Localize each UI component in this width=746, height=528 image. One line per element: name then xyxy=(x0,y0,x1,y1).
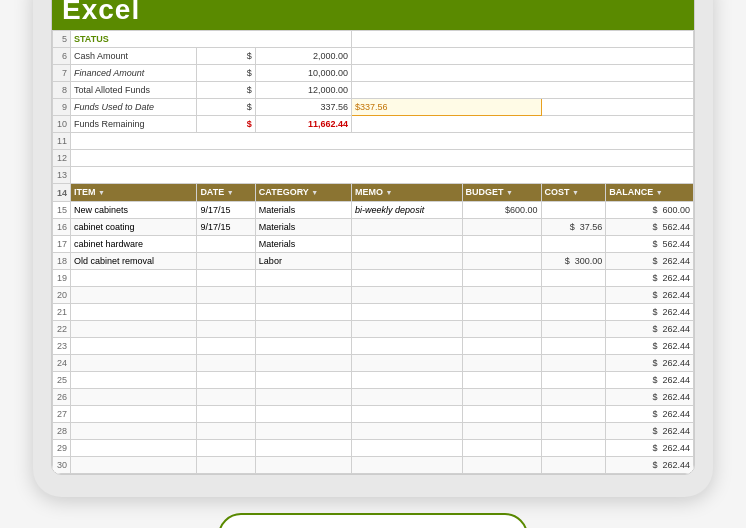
row-num: 11 xyxy=(53,133,71,150)
cell-memo: bi-weekly deposit xyxy=(352,202,462,219)
cell-balance: $ 262.44 xyxy=(606,440,694,457)
table-row: 13 xyxy=(53,167,694,184)
field-label: Financed Amount xyxy=(71,65,197,82)
cell-category: Materials xyxy=(255,202,351,219)
spreadsheet-table: 5 STATUS 6 Cash Amount $ 2,000.00 7 Fina… xyxy=(52,30,694,474)
cell-budget xyxy=(462,236,541,253)
row-num: 15 xyxy=(53,202,71,219)
main-container: Excel 5 STATUS 6 Cash Amount $ 2,000.00 xyxy=(13,0,733,528)
cell-balance: $ 262.44 xyxy=(606,372,694,389)
dollar-sign: $ xyxy=(197,116,255,133)
cell-cost: $ 37.56 xyxy=(541,219,606,236)
cell-budget xyxy=(462,253,541,270)
table-row: 23$ 262.44 xyxy=(53,338,694,355)
funds-used: 337.56 xyxy=(255,99,351,116)
cell-date xyxy=(197,236,255,253)
cell-item: Old cabinet removal xyxy=(71,253,197,270)
excel-title: Excel xyxy=(62,0,140,25)
funds-remaining: 11,662.44 xyxy=(255,116,351,133)
row-num: 12 xyxy=(53,150,71,167)
cell-balance: $ 262.44 xyxy=(606,406,694,423)
cell-category: Materials xyxy=(255,236,351,253)
cell-balance: $ 262.44 xyxy=(606,253,694,270)
cell-balance: $ 600.00 xyxy=(606,202,694,219)
status-label: STATUS xyxy=(71,31,352,48)
cell-category: Labor xyxy=(255,253,351,270)
field-label: Total Alloted Funds xyxy=(71,82,197,99)
table-row: 30$ 262.44 xyxy=(53,457,694,474)
row-num: 17 xyxy=(53,236,71,253)
table-row: 9 Funds Used to Date $ 337.56 $337.56 xyxy=(53,99,694,116)
cell-item: cabinet coating xyxy=(71,219,197,236)
table-row: 20$ 262.44 xyxy=(53,287,694,304)
row-num: 16 xyxy=(53,219,71,236)
table-row: 17 cabinet hardware Materials $ 562.44 xyxy=(53,236,694,253)
cell-balance: $ 262.44 xyxy=(606,321,694,338)
table-row: 7 Financed Amount $ 10,000.00 xyxy=(53,65,694,82)
row-num: 20 xyxy=(53,287,71,304)
row-num: 14 xyxy=(53,184,71,202)
table-row: 8 Total Alloted Funds $ 12,000.00 xyxy=(53,82,694,99)
cell-budget: $600.00 xyxy=(462,202,541,219)
download-button-wrap: Download Excel Template ⬇ xyxy=(218,513,527,528)
row-num: 18 xyxy=(53,253,71,270)
cell-balance: $ 262.44 xyxy=(606,270,694,287)
cell-date xyxy=(197,253,255,270)
cell-cost xyxy=(541,236,606,253)
field-label: Funds Remaining xyxy=(71,116,197,133)
cell-memo xyxy=(352,219,462,236)
orange-cell: $337.56 xyxy=(352,99,541,116)
table-row: 11 xyxy=(53,133,694,150)
download-excel-button[interactable]: Download Excel Template ⬇ xyxy=(218,513,527,528)
row-num: 22 xyxy=(53,321,71,338)
total-alloted: 12,000.00 xyxy=(255,82,351,99)
cell-balance: $ 562.44 xyxy=(606,219,694,236)
tablet-screen: Excel 5 STATUS 6 Cash Amount $ 2,000.00 xyxy=(51,0,695,475)
cell-balance: $ 262.44 xyxy=(606,287,694,304)
cell-category: Materials xyxy=(255,219,351,236)
table-row: 12 xyxy=(53,150,694,167)
row-num: 27 xyxy=(53,406,71,423)
table-row: 24$ 262.44 xyxy=(53,355,694,372)
row-num: 24 xyxy=(53,355,71,372)
table-row: 18 Old cabinet removal Labor $ 300.00 $ … xyxy=(53,253,694,270)
row-num: 8 xyxy=(53,82,71,99)
row-num: 23 xyxy=(53,338,71,355)
field-label: Funds Used to Date xyxy=(71,99,197,116)
cell-balance: $ 262.44 xyxy=(606,355,694,372)
financed-amount: 10,000.00 xyxy=(255,65,351,82)
cell-memo xyxy=(352,236,462,253)
table-row: 10 Funds Remaining $ 11,662.44 xyxy=(53,116,694,133)
table-row: 22$ 262.44 xyxy=(53,321,694,338)
table-row: 21$ 262.44 xyxy=(53,304,694,321)
table-row: 19$ 262.44 xyxy=(53,270,694,287)
cell-memo xyxy=(352,253,462,270)
spreadsheet-body: 5 STATUS 6 Cash Amount $ 2,000.00 7 Fina… xyxy=(52,30,694,474)
row-num: 13 xyxy=(53,167,71,184)
row-num: 9 xyxy=(53,99,71,116)
cell-item: cabinet hardware xyxy=(71,236,197,253)
dollar-sign: $ xyxy=(197,82,255,99)
table-row: 28$ 262.44 xyxy=(53,423,694,440)
row-num: 19 xyxy=(53,270,71,287)
dollar-sign: $ xyxy=(197,65,255,82)
dollar-sign: $ xyxy=(197,99,255,116)
cell-cost: $ 300.00 xyxy=(541,253,606,270)
col-header-balance: BALANCE ▼ xyxy=(606,184,694,202)
cell-date: 9/17/15 xyxy=(197,202,255,219)
field-label: Cash Amount xyxy=(71,48,197,65)
table-row: 29$ 262.44 xyxy=(53,440,694,457)
cell-balance: $ 262.44 xyxy=(606,389,694,406)
cell-balance: $ 262.44 xyxy=(606,457,694,474)
cell-budget xyxy=(462,219,541,236)
col-header-item: ITEM ▼ xyxy=(71,184,197,202)
row-num: 29 xyxy=(53,440,71,457)
cash-amount: 2,000.00 xyxy=(255,48,351,65)
row-num: 6 xyxy=(53,48,71,65)
table-row: 25$ 262.44 xyxy=(53,372,694,389)
cell-cost xyxy=(541,202,606,219)
cell-balance: $ 562.44 xyxy=(606,236,694,253)
excel-header: Excel xyxy=(52,0,694,30)
col-header-memo: MEMO ▼ xyxy=(352,184,462,202)
cell-balance: $ 262.44 xyxy=(606,423,694,440)
